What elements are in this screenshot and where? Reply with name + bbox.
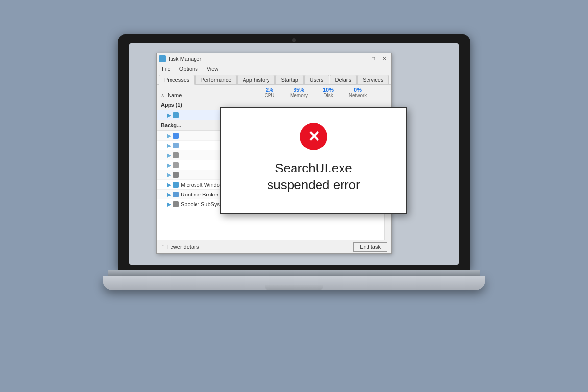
window-controls: — □ ✕ (358, 55, 389, 63)
menu-view[interactable]: View (205, 66, 220, 72)
end-task-button[interactable]: End task (353, 242, 387, 252)
fewer-details-button[interactable]: ⌃ Fewer details (161, 244, 199, 250)
laptop-base (103, 276, 485, 290)
col-cpu[interactable]: 2% CPU (255, 87, 284, 98)
title-left: Task Manager (159, 55, 201, 62)
col-disk[interactable]: 10% Disk (314, 87, 343, 98)
laptop-hinge (108, 270, 480, 276)
camera-dot (292, 38, 296, 42)
error-message: SearchUI.exe suspended error (267, 160, 360, 194)
tab-processes[interactable]: Processes (159, 75, 195, 85)
close-button[interactable]: ✕ (379, 55, 389, 63)
minimize-button[interactable]: — (358, 55, 368, 63)
laptop-screen: Task Manager — □ ✕ File Options View (129, 43, 459, 265)
taskmanager-window: Task Manager — □ ✕ File Options View (156, 53, 392, 254)
tab-services[interactable]: Services (357, 75, 389, 84)
col-name[interactable]: ∧ Name (157, 92, 255, 98)
laptop: Task Manager — □ ✕ File Options View (103, 34, 485, 358)
window-title: Task Manager (168, 56, 201, 62)
menu-file[interactable]: File (160, 66, 172, 72)
svg-rect-0 (160, 58, 164, 58)
tabs-bar: Processes Performance App history Startu… (157, 73, 391, 85)
menubar: File Options View (157, 64, 391, 73)
titlebar: Task Manager — □ ✕ (157, 53, 391, 64)
error-x-icon: ✕ (308, 129, 320, 144)
tab-users[interactable]: Users (304, 75, 329, 84)
chevron-up-icon: ⌃ (161, 244, 165, 250)
tab-startup[interactable]: Startup (275, 75, 303, 84)
maximize-button[interactable]: □ (368, 55, 378, 63)
tab-performance[interactable]: Performance (195, 75, 237, 84)
col-network[interactable]: 0% Network (343, 87, 372, 98)
svg-rect-1 (160, 59, 164, 59)
tab-app-history[interactable]: App history (237, 75, 275, 84)
svg-rect-2 (160, 60, 163, 60)
statusbar: ⌃ Fewer details End task (157, 240, 391, 253)
error-icon-circle: ✕ (300, 123, 327, 150)
tab-details[interactable]: Details (330, 75, 357, 84)
col-memory[interactable]: 35% Memory (284, 87, 314, 98)
taskmanager-icon (159, 55, 166, 62)
column-headers: ∧ Name 2% CPU 35% Memory 10% Disk (157, 85, 391, 99)
screen-bezel: Task Manager — □ ✕ File Options View (118, 34, 470, 270)
error-dialog: ✕ SearchUI.exe suspended error (220, 107, 407, 214)
menu-options[interactable]: Options (177, 66, 200, 72)
